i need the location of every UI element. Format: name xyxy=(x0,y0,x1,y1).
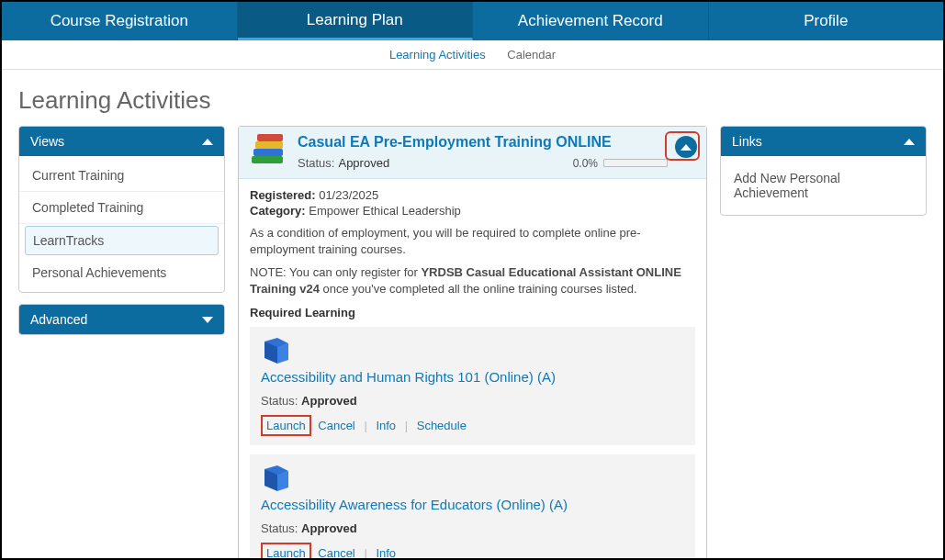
registered-value: 01/23/2025 xyxy=(319,188,378,202)
course-title[interactable]: Casual EA Pre-Employment Training ONLINE xyxy=(298,134,668,151)
course-note: NOTE: You can only register for YRDSB Ca… xyxy=(250,264,695,297)
required-item-status-value: Approved xyxy=(301,521,357,535)
required-item: Accessibility Awareness for Educators (O… xyxy=(250,454,695,560)
view-item-personal-achievements[interactable]: Personal Achievements xyxy=(19,257,224,288)
required-item-status-label: Status: xyxy=(261,521,298,535)
top-nav: Course Registration Learning Plan Achiev… xyxy=(2,2,943,40)
launch-link[interactable]: Launch xyxy=(266,546,306,560)
course-card: Casual EA Pre-Employment Training ONLINE… xyxy=(238,126,707,560)
required-item-title[interactable]: Accessibility and Human Rights 101 (Onli… xyxy=(261,369,684,385)
registered-label: Registered: xyxy=(250,188,316,202)
caret-down-icon xyxy=(202,317,213,323)
views-panel-header[interactable]: Views xyxy=(19,127,224,156)
caret-up-icon xyxy=(681,144,692,151)
sub-nav: Learning Activities Calendar xyxy=(2,40,943,70)
view-item-current-training[interactable]: Current Training xyxy=(19,160,224,192)
view-item-completed-training[interactable]: Completed Training xyxy=(19,192,224,224)
svg-rect-2 xyxy=(255,141,283,149)
schedule-link[interactable]: Schedule xyxy=(417,419,467,432)
info-link[interactable]: Info xyxy=(376,419,396,432)
category-value: Empower Ethical Leadership xyxy=(309,204,460,218)
tab-learning-plan[interactable]: Learning Plan xyxy=(238,2,474,40)
course-status-value: Approved xyxy=(338,156,389,170)
collapse-button[interactable] xyxy=(675,136,697,158)
svg-rect-1 xyxy=(253,149,283,156)
subtab-calendar[interactable]: Calendar xyxy=(507,48,556,62)
svg-rect-3 xyxy=(257,134,283,141)
caret-up-icon xyxy=(904,139,915,145)
view-item-learntracks[interactable]: LearnTracks xyxy=(25,226,219,255)
course-description: As a condition of employment, you will b… xyxy=(250,225,695,257)
info-link[interactable]: Info xyxy=(376,546,396,560)
course-status-label: Status: xyxy=(298,156,334,170)
advanced-heading: Advanced xyxy=(30,312,87,327)
subtab-learning-activities[interactable]: Learning Activities xyxy=(389,48,486,62)
views-panel: Views Current Training Completed Trainin… xyxy=(18,126,225,293)
page-title: Learning Activities xyxy=(18,86,927,115)
tab-profile[interactable]: Profile xyxy=(709,2,944,40)
svg-rect-0 xyxy=(252,156,283,163)
cancel-link[interactable]: Cancel xyxy=(318,546,354,560)
link-add-personal-achievement[interactable]: Add New Personal Achievement xyxy=(721,160,926,211)
advanced-panel-header[interactable]: Advanced xyxy=(19,305,224,334)
tab-achievement-record[interactable]: Achievement Record xyxy=(473,2,709,40)
course-header: Casual EA Pre-Employment Training ONLINE… xyxy=(239,127,706,179)
launch-link[interactable]: Launch xyxy=(266,419,306,432)
course-progress-pct: 0.0% xyxy=(573,157,598,170)
required-item-title[interactable]: Accessibility Awareness for Educators (O… xyxy=(261,497,684,512)
views-heading: Views xyxy=(30,134,64,149)
links-panel-header[interactable]: Links xyxy=(721,127,926,156)
required-item-status-value: Approved xyxy=(301,394,357,408)
course-progress-bar xyxy=(603,159,668,167)
advanced-panel: Advanced xyxy=(18,304,225,335)
links-heading: Links xyxy=(732,134,762,149)
book-icon xyxy=(261,336,292,365)
book-icon xyxy=(261,464,292,493)
tab-course-registration[interactable]: Course Registration xyxy=(2,2,238,40)
cancel-link[interactable]: Cancel xyxy=(318,419,354,432)
books-icon xyxy=(248,134,288,171)
category-label: Category: xyxy=(250,204,306,218)
required-item: Accessibility and Human Rights 101 (Onli… xyxy=(250,327,695,445)
required-item-status-label: Status: xyxy=(261,394,298,408)
caret-up-icon xyxy=(202,139,213,145)
required-learning-heading: Required Learning xyxy=(250,306,695,319)
links-panel: Links Add New Personal Achievement xyxy=(720,126,927,216)
